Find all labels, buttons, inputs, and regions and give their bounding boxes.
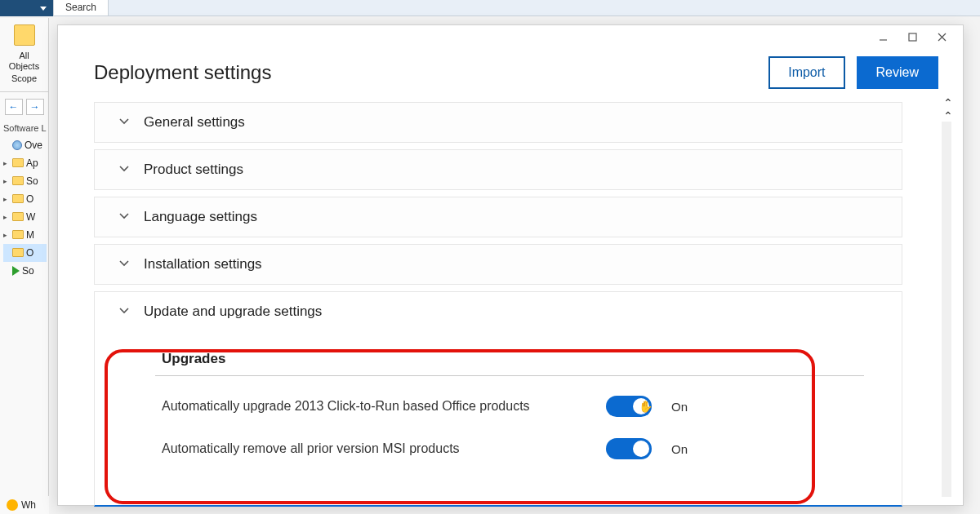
review-button[interactable]: Review	[857, 56, 938, 89]
sidebar-item[interactable]: O	[3, 244, 47, 262]
panel-update-upgrade-settings: Update and upgrade settings Upgrades Aut…	[94, 291, 902, 507]
scope-label: Scope	[0, 73, 48, 84]
toggle-label: Automatically upgrade 2013 Click-to-Run …	[162, 399, 586, 414]
sidebar-item-label: W	[26, 211, 35, 223]
sidebar-item-label: O	[26, 193, 33, 205]
chevron-down-icon	[118, 304, 131, 320]
toggle-state: On	[671, 442, 704, 456]
chevron-up-icon: ⌃	[943, 110, 953, 122]
nav-forward-button[interactable]: →	[26, 99, 44, 115]
folder-icon	[12, 176, 24, 185]
chevron-down-icon	[118, 114, 131, 131]
toggle-state: On	[671, 400, 704, 414]
nav-back-button[interactable]: ←	[5, 99, 23, 115]
sun-icon	[7, 499, 18, 511]
sidebar-item[interactable]: ▸W	[3, 208, 47, 226]
panel-language-settings: Language settings	[94, 197, 902, 237]
page-title: Deployment settings	[94, 61, 271, 84]
scroll-to-top[interactable]: ⌃ ⌃	[943, 97, 953, 122]
panel-installation-settings: Installation settings	[94, 244, 902, 285]
minimize-button[interactable]	[868, 27, 898, 47]
toggle-row-remove-msi: Automatically remove all prior version M…	[162, 438, 864, 459]
dialog-titlebar	[58, 25, 963, 48]
upgrades-heading: Upgrades	[162, 351, 864, 375]
chevron-down-icon	[118, 209, 131, 225]
tree-expander-icon[interactable]: ▸	[3, 231, 10, 239]
chevron-up-icon: ⌃	[943, 97, 953, 109]
sidebar-item[interactable]: ▸So	[3, 172, 47, 190]
scrollbar[interactable]	[942, 122, 951, 497]
ribbon-strip: Search	[0, 0, 980, 16]
sidebar-item-label: So	[26, 175, 38, 187]
folder-icon	[12, 158, 24, 167]
bottom-label: Wh	[21, 499, 36, 511]
panel-title: Update and upgrade settings	[144, 304, 322, 320]
svg-rect-1	[909, 33, 916, 41]
upgrades-section: Upgrades Automatically upgrade 2013 Clic…	[111, 336, 885, 505]
sidebar-item-label: Ove	[24, 140, 42, 151]
play-icon	[12, 266, 20, 276]
panel-general-settings: General settings	[94, 102, 902, 143]
sidebar-item-label: So	[22, 265, 34, 277]
sidebar-item[interactable]: ▸O	[3, 190, 47, 208]
tree-expander-icon[interactable]: ▸	[3, 213, 10, 221]
folder-icon	[12, 248, 24, 257]
panel-title: Installation settings	[144, 256, 262, 273]
divider	[155, 375, 864, 376]
bottom-strip: Wh	[0, 496, 49, 514]
panel-header-product[interactable]: Product settings	[95, 150, 902, 189]
panel-product-settings: Product settings	[94, 149, 902, 190]
toggle-remove-msi[interactable]	[606, 438, 652, 459]
panel-title: Product settings	[144, 162, 243, 178]
all-objects-label: All Objects	[0, 51, 48, 72]
sidebar-item-label: M	[26, 229, 34, 241]
panel-header-general[interactable]: General settings	[95, 103, 902, 142]
toggle-knob	[633, 441, 649, 457]
panel-header-language[interactable]: Language settings	[95, 197, 902, 237]
toggle-label: Automatically remove all prior version M…	[162, 441, 586, 456]
panel-header-installation[interactable]: Installation settings	[95, 245, 902, 284]
tree-expander-icon[interactable]: ▸	[3, 195, 10, 203]
sidebar-tree: Ove▸Ap▸So▸O▸W▸MOSo	[2, 136, 47, 280]
folder-icon	[12, 230, 24, 239]
toggle-row-upgrade-2013: Automatically upgrade 2013 Click-to-Run …	[162, 396, 864, 417]
import-button[interactable]: Import	[768, 56, 844, 89]
sidebar-section-label: Software Li	[2, 118, 47, 136]
maximize-button[interactable]	[898, 27, 927, 47]
tree-expander-icon[interactable]: ▸	[3, 159, 10, 167]
deployment-settings-dialog: Deployment settings Import Review ⌃ ⌃ Ge…	[57, 24, 964, 506]
settings-panel-stack: General settings Product settings Langua…	[94, 102, 911, 507]
ribbon-dropdown-tab[interactable]	[0, 0, 53, 16]
globe-icon	[12, 140, 22, 150]
sidebar-item[interactable]: ▸M	[3, 226, 47, 244]
sidebar-item[interactable]: ▸Ap	[3, 154, 47, 172]
sidebar-item-label: O	[26, 247, 33, 259]
sidebar-item[interactable]: Ove	[3, 136, 47, 154]
sidebar-item[interactable]: So	[3, 262, 47, 280]
panel-title: General settings	[144, 114, 245, 131]
panel-title: Language settings	[144, 209, 257, 225]
tree-expander-icon[interactable]: ▸	[3, 177, 10, 185]
ribbon-tab-search[interactable]: Search	[53, 0, 109, 16]
folder-icon	[12, 194, 24, 203]
chevron-down-icon	[118, 162, 131, 178]
all-objects-icon[interactable]	[14, 24, 35, 46]
panel-header-update[interactable]: Update and upgrade settings	[95, 292, 902, 331]
close-button[interactable]	[927, 27, 956, 47]
left-sidebar: All Objects Scope ← → Software Li Ove▸Ap…	[0, 18, 49, 514]
chevron-down-icon	[118, 256, 131, 273]
sidebar-item-label: Ap	[26, 157, 38, 169]
folder-icon	[12, 212, 24, 221]
toggle-knob	[633, 398, 649, 414]
toggle-upgrade-2013[interactable]: ✋	[606, 396, 652, 417]
